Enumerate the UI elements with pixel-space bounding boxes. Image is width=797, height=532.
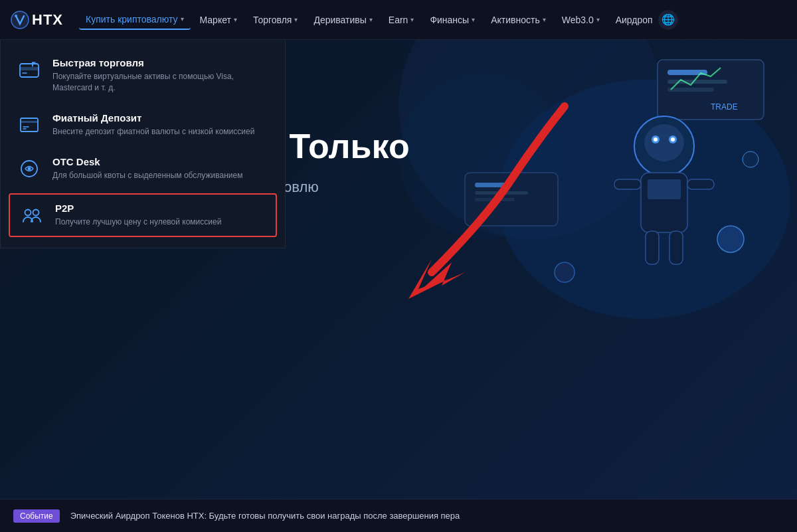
- nav-items: Купить криптовалюту ▾ Маркет ▾ Торговля …: [79, 6, 786, 34]
- chevron-down-icon: ▾: [410, 16, 414, 23]
- otc-desc: Для большой квоты с выделенным обслужива…: [52, 170, 242, 181]
- svg-point-28: [671, 137, 675, 141]
- svg-rect-21: [475, 191, 528, 195]
- nav-item-web3[interactable]: Web3.0 ▾: [555, 11, 606, 29]
- svg-rect-34: [669, 231, 683, 264]
- svg-rect-22: [475, 198, 515, 201]
- svg-point-12: [33, 209, 39, 215]
- nav-item-trading[interactable]: Торговля ▾: [246, 11, 304, 29]
- p2p-desc: Получите лучшую цену с нулевой комиссией: [55, 217, 221, 228]
- nav-item-airdrop[interactable]: Аирдроп 🌐: [609, 6, 685, 34]
- nav-item-finance[interactable]: Финансы ▾: [423, 11, 482, 29]
- chevron-down-icon: ▾: [294, 16, 298, 23]
- chevron-down-icon: ▾: [181, 15, 184, 23]
- fiat-deposit-icon: [17, 112, 42, 137]
- svg-point-1: [15, 15, 17, 17]
- svg-point-24: [644, 124, 684, 161]
- svg-point-36: [555, 262, 575, 282]
- chevron-down-icon: ▾: [596, 16, 600, 23]
- chevron-down-icon: ▾: [543, 16, 546, 23]
- fiat-deposit-desc: Внесите депозит фиатной валюты с низкой …: [52, 126, 254, 137]
- svg-point-35: [717, 226, 744, 252]
- svg-text:TRADE: TRADE: [711, 102, 738, 112]
- svg-point-10: [28, 167, 31, 170]
- svg-rect-6: [21, 121, 38, 123]
- nav-item-market[interactable]: Маркет ▾: [193, 11, 244, 29]
- otc-title: OTC Desk: [52, 156, 242, 167]
- svg-point-0: [11, 11, 29, 29]
- dropdown-item-fast-trade[interactable]: Быстрая торговля Покупайте виртуальные а…: [1, 48, 285, 103]
- nav-item-activity[interactable]: Активность ▾: [484, 11, 553, 29]
- otc-icon: [17, 156, 42, 181]
- nav-item-earn[interactable]: Earn ▾: [382, 11, 421, 29]
- otc-content: OTC Desk Для большой квоты с выделенным …: [52, 156, 242, 181]
- svg-point-11: [25, 209, 31, 215]
- svg-rect-15: [667, 70, 707, 75]
- fiat-deposit-content: Фиатный Депозит Внесите депозит фиатной …: [52, 112, 254, 137]
- fiat-deposit-title: Фиатный Депозит: [52, 112, 254, 124]
- dropdown-item-fiat-deposit[interactable]: Фиатный Депозит Внесите депозит фиатной …: [1, 103, 285, 147]
- dropdown-item-p2p[interactable]: P2P Получите лучшую цену с нулевой комис…: [9, 193, 277, 237]
- svg-rect-30: [648, 179, 681, 199]
- svg-rect-32: [687, 179, 714, 189]
- hero-illustration: TRADE: [432, 40, 797, 359]
- svg-rect-20: [475, 183, 508, 187]
- fast-trade-title: Быстрая торговля: [52, 57, 269, 68]
- ticker-text: Эпический Аирдроп Токенов HTX: Будьте го…: [70, 511, 460, 521]
- fast-trade-desc: Покупайте виртуальные активы с помощью V…: [52, 71, 269, 94]
- svg-rect-5: [21, 118, 38, 132]
- globe-icon[interactable]: 🌐: [658, 10, 678, 30]
- chevron-down-icon: ▾: [234, 16, 237, 23]
- svg-point-27: [654, 137, 658, 141]
- nav-item-buy-crypto[interactable]: Купить криптовалюту ▾: [79, 10, 191, 30]
- chevron-down-icon: ▾: [369, 16, 373, 23]
- nav-item-derivatives[interactable]: Деривативы ▾: [307, 11, 379, 29]
- dropdown-menu: Быстрая торговля Покупайте виртуальные а…: [0, 40, 286, 248]
- dropdown-item-otc[interactable]: OTC Desk Для большой квоты с выделенным …: [1, 147, 285, 191]
- logo[interactable]: HTX: [11, 11, 63, 29]
- event-badge: Событие: [13, 509, 60, 523]
- chevron-down-icon: ▾: [472, 16, 475, 23]
- svg-point-37: [743, 151, 758, 167]
- svg-rect-3: [20, 67, 39, 70]
- p2p-title: P2P: [55, 203, 221, 214]
- logo-text: HTX: [32, 11, 63, 29]
- p2p-content: P2P Получите лучшую цену с нулевой комис…: [55, 203, 221, 228]
- fast-trade-content: Быстрая торговля Покупайте виртуальные а…: [52, 57, 269, 94]
- navbar: HTX Купить криптовалюту ▾ Маркет ▾ Торго…: [0, 0, 797, 40]
- p2p-icon: [19, 203, 44, 228]
- fast-trade-icon: [17, 57, 42, 82]
- ticker-bar: Событие Эпический Аирдроп Токенов HTX: Б…: [0, 499, 797, 532]
- svg-rect-31: [614, 179, 641, 189]
- svg-rect-17: [667, 88, 714, 92]
- svg-rect-33: [646, 231, 659, 264]
